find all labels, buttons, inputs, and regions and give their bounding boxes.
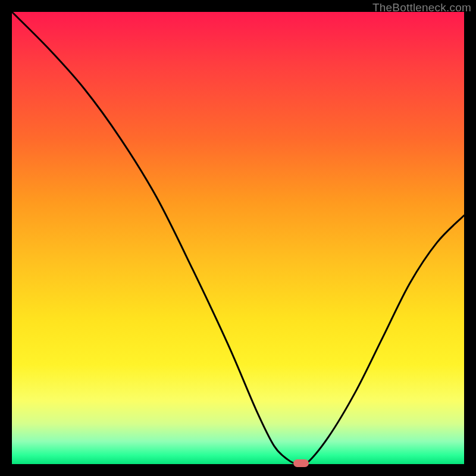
- plot-area: [12, 12, 464, 464]
- bottleneck-curve: [12, 12, 464, 464]
- chart-frame: TheBottleneck.com: [0, 0, 476, 476]
- optimal-marker: [293, 459, 309, 467]
- curve-path: [12, 12, 464, 464]
